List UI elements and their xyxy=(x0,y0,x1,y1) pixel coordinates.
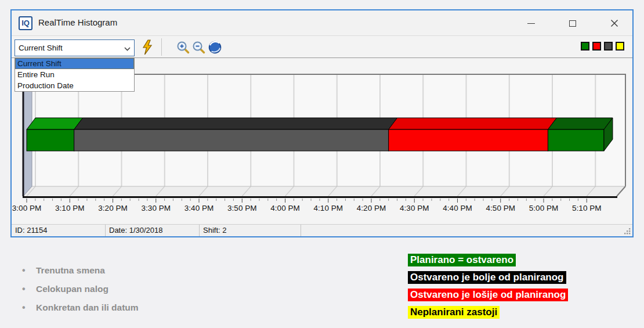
status-bar: ID: 21154 Date: 1/30/2018 Shift: 2 xyxy=(12,224,632,236)
legend-swatch-green xyxy=(581,42,589,51)
title-bar: IQ RealTime Histogram xyxy=(12,10,632,36)
legend-swatch-red xyxy=(592,42,601,51)
x-tick-label: 5:00 PM xyxy=(529,204,558,212)
close-icon xyxy=(610,19,618,27)
range-dropdown-list: Current Shift Entire Run Production Date xyxy=(15,57,135,92)
dropdown-option-entire-run[interactable]: Entire Run xyxy=(15,69,134,80)
bar-segment-top-3 xyxy=(548,118,613,129)
realtime-histogram-window: IQ RealTime Histogram xyxy=(10,9,634,237)
x-tick-label: 3:40 PM xyxy=(184,204,214,212)
note-item: Konkretan dan ili datum xyxy=(22,298,139,317)
dropdown-option-production-date[interactable]: Production Date xyxy=(15,80,134,91)
x-tick-label: 4:00 PM xyxy=(270,204,299,212)
reset-view-button[interactable] xyxy=(207,39,223,55)
minimize-icon xyxy=(527,23,535,24)
plot-floor xyxy=(23,186,625,196)
status-date: Date: 1/30/2018 xyxy=(106,225,200,236)
bar-segment-2 xyxy=(389,129,548,151)
x-tick-label: 4:30 PM xyxy=(400,204,429,212)
status-legend: Planirano = ostvareno Ostvareno je bolje… xyxy=(408,254,568,323)
page-background: { "window": { "app_icon_text": "IQ", "ti… xyxy=(0,0,644,328)
close-button[interactable] xyxy=(606,15,623,32)
window-title: RealTime Histogram xyxy=(38,17,117,27)
legend-item-red: Ostvareno je lošije od planiranog xyxy=(408,289,568,301)
resize-grip[interactable] xyxy=(624,228,631,235)
bar-segment-top-1 xyxy=(74,118,397,129)
bar-segment-0 xyxy=(27,129,74,151)
refresh-data-button[interactable] xyxy=(139,39,155,55)
legend-item-yellow: Neplanirani zastoji xyxy=(408,306,500,319)
note-item: Trenutna smena xyxy=(22,261,139,280)
minimize-button[interactable] xyxy=(522,15,540,32)
x-tick-label: 3:30 PM xyxy=(142,204,171,212)
x-tick-label: 3:10 PM xyxy=(55,204,84,212)
lightning-bolt-icon xyxy=(141,39,154,55)
status-color-swatches xyxy=(581,42,624,51)
status-id: ID: 21154 xyxy=(12,225,106,236)
notes-list: Trenutna smena Celokupan nalog Konkretan… xyxy=(22,261,139,317)
legend-swatch-yellow xyxy=(616,42,624,51)
zoom-in-icon xyxy=(176,41,190,54)
zoom-out-button[interactable] xyxy=(190,39,207,55)
globe-icon xyxy=(208,40,222,55)
legend-item-green: Planirano = ostvareno xyxy=(408,254,516,266)
toolbar-separator xyxy=(161,38,162,56)
x-tick-label: 4:40 PM xyxy=(443,204,472,212)
bar-segment-top-2 xyxy=(389,118,557,129)
legend-item-black: Ostvareno je bolje od planiranog xyxy=(408,271,566,284)
dropdown-option-current-shift[interactable]: Current Shift xyxy=(15,58,134,69)
bar-segment-1 xyxy=(74,129,389,151)
zoom-out-icon xyxy=(192,41,205,54)
x-tick-label: 3:20 PM xyxy=(98,204,127,212)
x-tick-label: 5:10 PM xyxy=(572,204,601,212)
x-tick-label: 3:50 PM xyxy=(227,204,256,212)
bar-segment-top-0 xyxy=(27,118,83,129)
status-shift: Shift: 2 xyxy=(200,225,301,236)
app-logo-icon: IQ xyxy=(19,16,32,30)
maximize-icon xyxy=(569,20,576,27)
bar-segment-3 xyxy=(548,129,604,151)
status-empty xyxy=(301,225,632,236)
x-tick-label: 4:10 PM xyxy=(314,204,343,212)
x-tick-label: 3:00 PM xyxy=(12,204,41,212)
range-dropdown-value: Current Shift xyxy=(15,44,120,52)
chevron-down-icon xyxy=(120,43,134,53)
legend-swatch-dark-gray xyxy=(604,42,613,51)
zoom-in-button[interactable] xyxy=(175,39,191,55)
x-tick-label: 4:20 PM xyxy=(357,204,386,212)
x-tick-label: 4:50 PM xyxy=(486,204,515,212)
note-item: Celokupan nalog xyxy=(22,280,139,298)
maximize-button[interactable] xyxy=(564,15,581,32)
range-dropdown[interactable]: Current Shift xyxy=(15,39,135,56)
